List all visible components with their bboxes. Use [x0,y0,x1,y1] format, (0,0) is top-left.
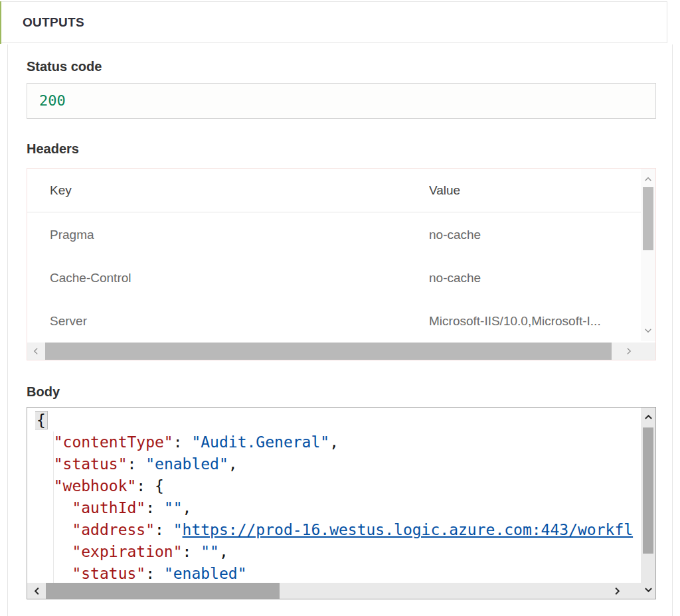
code-token [35,543,72,560]
scroll-right-icon[interactable] [624,346,634,356]
code-token: , [219,543,228,560]
headers-label: Headers [27,141,79,157]
column-header-value: Value [429,169,460,212]
vertical-scrollbar-thumb[interactable] [643,187,653,250]
table-horizontal-scrollbar[interactable] [27,343,655,360]
code-token: { [155,477,164,495]
code-token [35,477,54,495]
code-line: "contentType": "Audit.General", [35,431,641,453]
code-token: : [155,521,173,538]
header-key-cell: Pragma [50,213,94,256]
header-value-cell: no-cache [429,256,481,299]
body-code-editor[interactable]: { "contentType": "Audit.General", "statu… [27,407,656,599]
code-token [35,565,72,582]
code-token [35,455,54,473]
editor-vertical-scrollbar[interactable] [641,408,655,599]
code-line: "status": "enabled" [35,563,641,585]
code-line: "status": "enabled", [35,453,641,475]
code-token: : [173,433,192,451]
headers-table-header-row: Key Value [27,169,655,212]
url-link[interactable]: https://prod-16.westus.logic.azure.com:4… [183,521,634,538]
scroll-down-icon[interactable] [643,584,653,595]
code-token: , [329,433,339,451]
outputs-title: OUTPUTS [23,2,84,43]
headers-table: Key Value Pragmano-cacheCache-Controlno-… [27,168,656,360]
scroll-up-icon[interactable] [643,174,653,185]
scroll-down-icon[interactable] [643,325,653,336]
code-token: "enabled" [164,565,247,582]
code-token: , [183,499,192,516]
table-vertical-scrollbar[interactable] [641,169,655,341]
code-token: "expiration" [72,543,182,560]
code-token: { [35,412,47,429]
code-token: "webhook" [54,477,137,495]
status-accent-bar [0,1,1,44]
code-token: "address" [72,521,155,538]
header-key-cell: Server [50,299,87,343]
code-token: "status" [72,565,145,582]
code-token: "" [164,499,183,516]
outputs-card: Status code 200 Headers Key Value Pragma… [7,44,673,616]
code-token: : [127,455,145,473]
outputs-section-header[interactable]: OUTPUTS [1,1,667,43]
table-row: Pragmano-cache [27,213,655,256]
code-token: "" [201,543,219,560]
code-line: "expiration": "", [35,541,641,563]
horizontal-scrollbar-thumb[interactable] [46,583,280,599]
code-token: "contentType" [54,433,173,451]
headers-table-body: Pragmano-cacheCache-Controlno-cacheServe… [27,213,655,343]
code-token: : [183,543,201,560]
code-line: "authId": "", [35,497,641,519]
editor-horizontal-scrollbar[interactable] [27,583,641,599]
scroll-left-icon[interactable] [31,585,42,596]
code-token [35,499,72,516]
code-token: "Audit.General" [191,433,329,451]
code-line: "address": "https://prod-16.westus.logic… [35,519,641,541]
body-json-content[interactable]: { "contentType": "Audit.General", "statu… [35,410,641,587]
code-token: "status" [54,455,128,473]
code-line: "webhook": { [35,475,641,497]
scroll-up-icon[interactable] [643,412,653,422]
code-token: : [145,499,164,516]
status-code-label: Status code [27,59,102,74]
horizontal-scrollbar-thumb[interactable] [45,343,612,360]
status-code-field[interactable]: 200 [27,83,656,119]
code-token: " [173,521,183,538]
code-token [35,433,54,451]
code-token: "enabled" [145,455,228,473]
code-token [35,521,72,538]
vertical-scrollbar-thumb[interactable] [643,427,653,554]
scroll-left-icon[interactable] [31,346,41,356]
header-value-cell: no-cache [429,213,481,256]
column-header-key: Key [50,169,72,212]
table-row: Cache-Controlno-cache [27,256,655,299]
code-token: : [145,565,164,582]
code-token: : [136,477,155,495]
header-key-cell: Cache-Control [50,256,131,299]
table-row: ServerMicrosoft-IIS/10.0,Microsoft-I... [27,299,655,343]
code-token: "authId" [72,499,145,516]
code-line: { [35,410,641,431]
header-value-cell: Microsoft-IIS/10.0,Microsoft-I... [429,299,601,343]
status-code-value: 200 [39,84,66,118]
scroll-right-icon[interactable] [612,585,622,596]
code-token: , [228,455,238,473]
body-label: Body [27,384,60,400]
